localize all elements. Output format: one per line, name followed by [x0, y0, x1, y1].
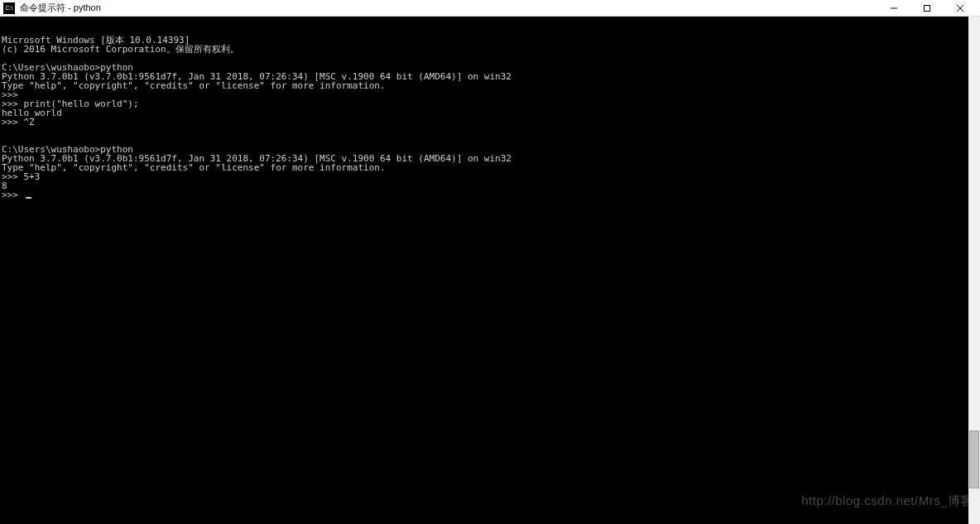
scrollbar-track[interactable]	[968, 17, 980, 524]
titlebar[interactable]: C:\ 命令提示符 - python	[0, 0, 980, 17]
terminal-line: Type "help", "copyright", "credits" or "…	[2, 163, 978, 172]
terminal-line: 8	[2, 181, 978, 190]
terminal-line	[2, 127, 978, 136]
minimize-button[interactable]	[877, 0, 910, 17]
terminal-line: >>>	[2, 90, 978, 99]
terminal-line: >>> ^Z	[2, 118, 978, 127]
scrollbar-thumb[interactable]	[969, 430, 979, 488]
maximize-button[interactable]	[910, 0, 944, 17]
terminal-line: Type "help", "copyright", "credits" or "…	[2, 81, 978, 90]
cursor	[26, 197, 31, 199]
terminal-line: >>>	[2, 190, 978, 200]
terminal-line: hello world	[2, 108, 978, 118]
terminal-line	[2, 54, 978, 63]
close-button[interactable]	[944, 0, 977, 17]
cmd-icon: C:\	[3, 2, 15, 14]
terminal-line: >>> 5+3	[2, 172, 978, 181]
window-title: 命令提示符 - python	[20, 2, 877, 14]
cmd-window: C:\ 命令提示符 - python Microsoft Windows [版本…	[0, 0, 980, 524]
window-controls	[877, 0, 977, 17]
terminal-line	[2, 136, 978, 145]
terminal-output[interactable]: Microsoft Windows [版本 10.0.14393](c) 201…	[0, 17, 980, 524]
terminal-line: (c) 2016 Microsoft Corporation。保留所有权利。	[2, 45, 978, 54]
terminal-line: >>> print("hello world");	[2, 99, 978, 108]
svg-rect-1	[925, 5, 930, 11]
